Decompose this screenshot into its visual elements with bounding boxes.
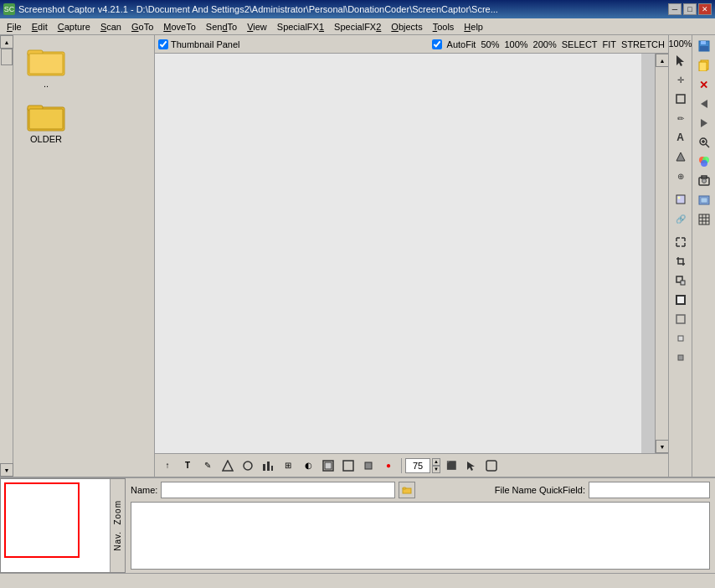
svg-rect-25 [676, 315, 685, 323]
extra-tool-btn[interactable] [482, 456, 501, 475]
menu-capture[interactable]: Capture [53, 20, 95, 34]
folder-label-parent: .. [44, 79, 49, 89]
crop-tool[interactable] [671, 252, 690, 271]
canvas-area[interactable] [155, 54, 655, 453]
minimize-button[interactable]: ─ [668, 3, 682, 15]
zoom-down-btn[interactable]: ▼ [432, 466, 440, 473]
canvas-vscroll-track [656, 67, 668, 440]
frame1-tool-btn[interactable] [319, 456, 337, 475]
grid-btn[interactable] [695, 210, 713, 229]
save-btn[interactable] [695, 37, 713, 55]
eyedropper-tool[interactable]: ⊕ [671, 167, 690, 185]
prev-btn[interactable] [695, 95, 713, 113]
shape-tool-btn[interactable] [219, 456, 237, 475]
screenshot-btn[interactable] [695, 191, 713, 209]
menu-tools[interactable]: Tools [428, 20, 460, 34]
expand-tool[interactable] [671, 233, 690, 251]
resize-tool[interactable] [671, 271, 690, 290]
zoom-input[interactable] [405, 458, 430, 473]
pencil-tool[interactable]: ✏ [671, 109, 690, 127]
menu-objects[interactable]: Objects [386, 20, 427, 34]
browse-folder-btn[interactable] [399, 482, 415, 498]
scroll-up-button[interactable]: ▲ [0, 35, 13, 49]
draw-tool-btn[interactable]: ✎ [198, 456, 217, 475]
move-tool-btn[interactable]: ↑ [158, 456, 177, 475]
zoom-up-btn[interactable]: ▲ [432, 458, 440, 466]
rect-tool[interactable] [671, 90, 690, 108]
menu-scan[interactable]: Scan [95, 20, 126, 34]
image-tool[interactable] [671, 190, 690, 209]
zoom-in-btn[interactable] [695, 133, 713, 152]
arrow-tool-btn[interactable] [239, 456, 257, 475]
color-pick-btn[interactable]: ● [379, 456, 398, 475]
bottom-toolbar: ↑ T ✎ ⊞ ◐ [155, 453, 668, 477]
zoom-100[interactable]: 100% [504, 39, 527, 49]
cursor-tool[interactable] [671, 51, 690, 70]
text-tool-btn[interactable]: T [178, 456, 197, 475]
quickfield-input[interactable] [589, 482, 710, 498]
capture-btn[interactable] [695, 172, 713, 190]
frame2-tool-btn[interactable] [339, 456, 358, 475]
next-btn[interactable] [695, 114, 713, 132]
select-btn[interactable]: SELECT [562, 39, 598, 49]
quickfield-section: File Name QuickField: [495, 482, 710, 498]
svg-rect-20 [676, 195, 685, 204]
menu-goto[interactable]: GoTo [126, 20, 158, 34]
menu-moveto[interactable]: MoveTo [158, 20, 201, 34]
menu-specialfx2[interactable]: SpecialFX2 [329, 20, 386, 34]
cursor-mode-btn[interactable] [462, 456, 481, 475]
notes-area[interactable] [131, 502, 710, 570]
status-bar [0, 573, 715, 588]
main-container: ▲ ▼ .. [0, 35, 715, 588]
autofit-checkbox[interactable] [432, 39, 442, 49]
thumbnail-panel-checkbox[interactable] [158, 39, 168, 49]
folder-parent[interactable]: .. [17, 42, 75, 90]
center-area: Thumbnail Panel AutoFit 50% 100% 200% SE… [155, 35, 668, 477]
svg-rect-51 [403, 487, 406, 489]
canvas-scroll-down[interactable]: ▼ [656, 440, 669, 453]
border-tool-1[interactable] [671, 291, 690, 309]
color-adj-btn[interactable] [695, 152, 713, 171]
fill-tool[interactable] [671, 147, 690, 166]
stretch-btn[interactable]: STRETCH [621, 39, 665, 49]
border-tool-4[interactable] [671, 348, 690, 367]
maximize-button[interactable]: □ [683, 3, 697, 15]
highlight-tool-btn[interactable]: ◐ [299, 456, 317, 475]
chart-tool-btn[interactable] [259, 456, 277, 475]
menu-file[interactable]: File [2, 20, 27, 34]
info-panel: Name: File Name QuickField: [126, 478, 715, 573]
file-browser: .. OLDER [13, 35, 154, 477]
left-scrollbar: ▲ ▼ [0, 35, 13, 477]
menu-edit[interactable]: Edit [27, 20, 53, 34]
border-tool-2[interactable] [671, 310, 690, 328]
border-tool-3[interactable] [671, 329, 690, 348]
link-tool[interactable]: 🔗 [671, 209, 690, 228]
scroll-thumb[interactable] [1, 49, 13, 65]
menu-sendto[interactable]: SendTo [201, 20, 242, 34]
file-name-input[interactable] [161, 482, 395, 498]
crosshair-tool[interactable]: ✛ [671, 70, 690, 89]
right-toolbar-2: ✕ [692, 35, 715, 477]
frame3-tool-btn[interactable] [359, 456, 378, 475]
info-top: Name: File Name QuickField: [131, 482, 710, 498]
svg-rect-30 [700, 46, 708, 51]
fit-btn[interactable]: FIT [603, 39, 617, 49]
canvas-inner [155, 54, 641, 453]
grid-tool-btn[interactable]: ⊞ [279, 456, 297, 475]
zoom-mode-btn[interactable]: ⬛ [442, 456, 460, 475]
thumbnail-header: Thumbnail Panel AutoFit 50% 100% 200% SE… [155, 35, 668, 54]
menu-specialfx1[interactable]: SpecialFX1 [272, 20, 329, 34]
delete-btn[interactable]: ✕ [695, 75, 713, 94]
canvas-scroll-up[interactable]: ▲ [656, 54, 669, 67]
zoom-label: Zoom [113, 500, 122, 525]
copy-btn[interactable] [695, 56, 713, 75]
text-tool[interactable]: A [671, 128, 690, 147]
menu-view[interactable]: View [242, 20, 272, 34]
folder-older[interactable]: OLDER [17, 97, 75, 146]
zoom-50[interactable]: 50% [481, 39, 499, 49]
zoom-200[interactable]: 200% [533, 39, 557, 49]
close-button[interactable]: ✕ [698, 3, 712, 15]
nav-panel: Zoom Nav. [0, 478, 126, 573]
menu-help[interactable]: Help [459, 20, 488, 34]
scroll-down-button[interactable]: ▼ [0, 463, 13, 477]
